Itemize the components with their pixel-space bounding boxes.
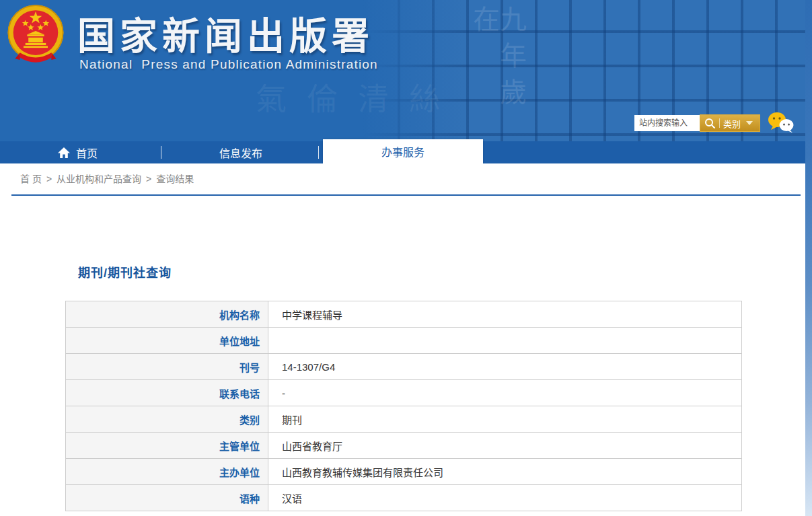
row-value: 汉语 (268, 485, 742, 511)
breadcrumb-separator: > (46, 174, 52, 184)
search-category-label[interactable]: 类别 (723, 117, 741, 130)
breadcrumb: 首 页>从业机构和产品查询>查询结果 (0, 163, 812, 194)
row-label: 刊号 (66, 354, 268, 380)
table-row: 语种 汉语 (66, 485, 742, 511)
main-navigation: 首页 信息发布 办事服务 (0, 141, 812, 163)
scrollbar[interactable] (805, 0, 812, 516)
search-input[interactable] (634, 115, 700, 131)
table-row: 主办单位 山西教育教辅传媒集团有限责任公司 (66, 459, 742, 485)
national-emblem-icon (5, 4, 66, 71)
breadcrumb-separator: > (146, 174, 151, 184)
site-title-chinese: 国家新闻出版署 (77, 5, 374, 60)
row-label: 语种 (66, 485, 268, 511)
nav-item-services-active[interactable]: 办事服务 (323, 139, 483, 163)
nav-item-home[interactable]: 首页 (58, 141, 98, 163)
row-label: 类别 (66, 406, 268, 433)
nav-item-label: 办事服务 (381, 143, 425, 159)
breadcrumb-rule (11, 194, 801, 196)
row-label: 单位地址 (66, 328, 268, 354)
nav-item-label: 信息发布 (219, 145, 262, 161)
nav-divider (318, 146, 319, 159)
header-calligraphy-decor-faint: 氣倫清絲 (256, 74, 460, 118)
table-row: 主管单位 山西省教育厅 (66, 433, 742, 459)
search-button-divider (719, 118, 720, 128)
header-tile-fade (363, 0, 464, 141)
row-value: 中学课程辅导 (268, 301, 742, 328)
query-result-table: 机构名称 中学课程辅导 单位地址 刊号 14-1307/G4 联系电话 - 类别 (65, 301, 742, 511)
table-row: 类别 期刊 (66, 406, 742, 433)
breadcrumb-bar: 首 页>从业机构和产品查询>查询结果 (0, 163, 812, 195)
table-row: 联系电话 - (66, 380, 742, 406)
table-row: 单位地址 (66, 328, 742, 354)
page-title: 期刊/期刊社查询 (78, 263, 812, 281)
breadcrumb-current: 查询结果 (156, 174, 194, 184)
site-search: 类别 (634, 114, 760, 132)
site-title-english: National Press and Publication Administr… (79, 57, 378, 72)
table-row: 刊号 14-1307/G4 (66, 354, 742, 380)
row-label: 主办单位 (66, 459, 268, 485)
header-calligraphy-decor: 九年歲在 (471, 5, 525, 141)
row-label: 机构名称 (66, 301, 268, 328)
row-value: 山西教育教辅传媒集团有限责任公司 (268, 459, 742, 485)
row-value: 山西省教育厅 (268, 433, 742, 459)
site-header: 九年歲在 氣倫清絲 国家新闻出版署 (0, 0, 812, 141)
search-icon (704, 118, 716, 129)
chevron-down-icon[interactable] (746, 121, 753, 125)
page: 九年歲在 氣倫清絲 国家新闻出版署 (0, 0, 812, 516)
breadcrumb-home[interactable]: 首 页 (20, 174, 42, 184)
search-button[interactable]: 类别 (700, 114, 760, 132)
wechat-icon[interactable] (768, 111, 795, 136)
breadcrumb-query-section[interactable]: 从业机构和产品查询 (57, 174, 141, 184)
row-value: - (268, 380, 742, 406)
row-value: 期刊 (268, 406, 742, 433)
main-content: 期刊/期刊社查询 机构名称 中学课程辅导 单位地址 刊号 14-1307/G4 … (0, 263, 812, 511)
home-icon (58, 147, 70, 158)
row-label: 联系电话 (66, 380, 268, 406)
nav-divider (161, 146, 161, 159)
row-value: 14-1307/G4 (268, 354, 742, 380)
nav-item-news[interactable]: 信息发布 (200, 141, 281, 163)
table-row: 机构名称 中学课程辅导 (66, 301, 742, 328)
nav-item-label: 首页 (76, 145, 98, 161)
row-value (268, 328, 742, 354)
row-label: 主管单位 (66, 433, 268, 459)
